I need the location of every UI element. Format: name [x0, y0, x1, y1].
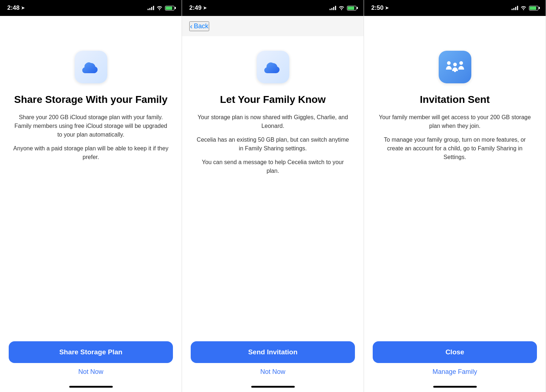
signal-bar-12: [517, 6, 518, 10]
screen-title-3: Invitation Sent: [420, 93, 490, 106]
top-area-2: ‹ Back: [182, 16, 364, 36]
phone-panel-3: 2:50 ➤: [364, 0, 546, 392]
status-bar-2: 2:49 ➤: [182, 0, 364, 16]
signal-bar-9: [512, 9, 513, 10]
back-chevron-icon: ‹: [190, 22, 193, 30]
share-storage-plan-button[interactable]: Share Storage Plan: [9, 341, 173, 363]
body-para-2-1: Cecelia has an existing 50 GB plan, but …: [195, 135, 351, 153]
not-now-link-1[interactable]: Not Now: [78, 368, 103, 376]
status-icons-3: [512, 5, 538, 11]
time-display-1: 2:48: [7, 4, 20, 12]
icloud-icon-2: [263, 59, 283, 75]
time-display-2: 2:49: [189, 4, 202, 12]
signal-bars-2: [330, 6, 336, 10]
home-indicator-2: [251, 386, 295, 388]
top-area-1: [0, 16, 182, 36]
status-icons-2: [330, 5, 356, 11]
svg-point-0: [447, 61, 451, 65]
wifi-icon-1: [156, 5, 163, 11]
app-icon-2: [257, 51, 289, 83]
app-icon-1: [75, 51, 107, 83]
back-button-2[interactable]: ‹ Back: [189, 21, 209, 31]
time-display-3: 2:50: [371, 4, 384, 12]
status-bar-1: 2:48 ➤: [0, 0, 182, 16]
status-time-3: 2:50 ➤: [371, 4, 389, 12]
not-now-link-2[interactable]: Not Now: [260, 368, 285, 376]
svg-point-3: [454, 70, 456, 72]
signal-bar-6: [331, 8, 332, 10]
status-icons-1: [148, 5, 174, 11]
signal-bar-11: [515, 7, 516, 10]
body-para-2-0: Your storage plan is now shared with Gig…: [195, 113, 351, 130]
battery-icon-1: [165, 6, 174, 11]
send-invitation-button[interactable]: Send Invitation: [191, 341, 355, 363]
screen-title-2: Let Your Family Know: [220, 93, 326, 106]
signal-bar-5: [330, 9, 331, 10]
phone-panel-1: 2:48 ➤: [0, 0, 182, 392]
close-button[interactable]: Close: [373, 341, 537, 363]
bottom-area-2: Send Invitation Not Now: [182, 334, 364, 383]
content-1: Share Storage With your Family Share you…: [0, 36, 182, 334]
body-para-1-0: Share your 200 GB iCloud storage plan wi…: [13, 113, 169, 139]
battery-fill-3: [530, 7, 536, 10]
signal-bar-8: [335, 6, 336, 10]
home-indicator-3: [433, 386, 477, 388]
home-indicator-1: [69, 386, 113, 388]
body-para-1-1: Anyone with a paid storage plan will be …: [13, 144, 169, 162]
body-para-2-2: You can send a message to help Cecelia s…: [195, 158, 351, 175]
bottom-area-3: Close Manage Family: [364, 334, 546, 383]
signal-bar-1: [148, 9, 149, 10]
screen-title-1: Share Storage With your Family: [14, 93, 167, 106]
phone-panel-2: 2:49 ➤ ‹ Back: [182, 0, 364, 392]
content-2: Let Your Family Know Your storage plan i…: [182, 36, 364, 334]
content-3: Invitation Sent Your family member will …: [364, 36, 546, 334]
signal-bar-7: [333, 7, 334, 10]
signal-bar-2: [149, 8, 150, 10]
battery-fill-1: [166, 7, 172, 10]
battery-fill-2: [348, 7, 354, 10]
top-area-3: [364, 16, 546, 36]
signal-bars-3: [512, 6, 518, 10]
battery-icon-3: [529, 6, 538, 11]
svg-point-2: [453, 63, 457, 66]
status-bar-3: 2:50 ➤: [364, 0, 546, 16]
body-para-3-1: To manage your family group, turn on mor…: [377, 135, 533, 162]
back-button-label: Back: [194, 22, 208, 30]
wifi-icon-2: [338, 5, 345, 11]
app-icon-3: [439, 51, 471, 83]
wifi-icon-3: [520, 5, 527, 11]
location-arrow-icon-1: ➤: [21, 5, 25, 11]
family-sharing-icon: [444, 59, 466, 75]
status-time-2: 2:49 ➤: [189, 4, 207, 12]
signal-bar-3: [151, 7, 152, 10]
svg-point-1: [459, 61, 463, 65]
location-arrow-icon-2: ➤: [203, 5, 207, 11]
signal-bars-1: [148, 6, 154, 10]
manage-family-link[interactable]: Manage Family: [433, 368, 477, 376]
location-arrow-icon-3: ➤: [385, 5, 389, 11]
body-para-3-0: Your family member will get access to yo…: [377, 113, 533, 130]
battery-icon-2: [347, 6, 356, 11]
bottom-area-1: Share Storage Plan Not Now: [0, 334, 182, 383]
icloud-icon-1: [81, 59, 101, 75]
status-time-1: 2:48 ➤: [7, 4, 25, 12]
signal-bar-10: [513, 8, 514, 10]
signal-bar-4: [153, 6, 154, 10]
